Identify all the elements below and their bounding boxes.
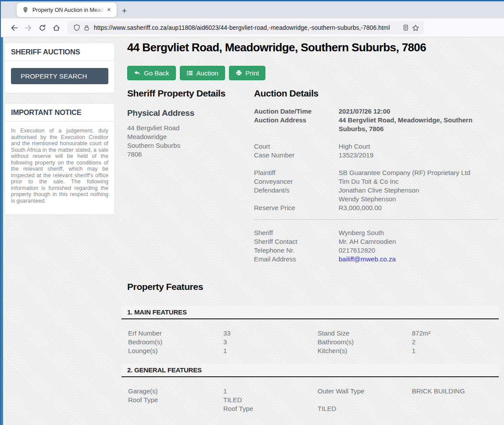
browser-window: Property ON Auction in Meado ✕ + https:/… [0,0,504,425]
detail-label: Sheriff Contact [254,237,339,246]
sidebar: SHERIFF AUCTIONS PROPERTY SEARCH IMPORTA… [4,43,115,425]
feature-value: 1 [412,346,499,355]
detail-label: Auction Address [254,116,339,133]
bookmark-star-icon[interactable] [411,23,420,32]
main-features-table: Erf Number 33 Stand Size 872m² Bedroom(s… [127,329,499,355]
detail-row: Reserve Price R3,000,000.00 [254,204,499,212]
action-buttons: Go Back Auction Print [127,66,499,80]
detail-label: Case Number [254,151,339,160]
detail-row: Defendant/s Jonathan Clive Stephenson [254,186,499,195]
auction-button[interactable]: Auction [180,66,225,80]
detail-label: Email Address [254,255,339,264]
feature-value: 3 [223,338,318,346]
print-label: Print [246,69,259,77]
page-content: SHERIFF AUCTIONS PROPERTY SEARCH IMPORTA… [1,37,504,425]
sheriff-auctions-title: SHERIFF AUCTIONS [5,43,114,61]
tracking-shield-icon[interactable] [72,23,82,32]
sheriff-auctions-card: SHERIFF AUCTIONS PROPERTY SEARCH [4,43,115,93]
feature-label: Garage(s) [128,387,223,396]
detail-value: 44 Bergvliet Road, Meadowridge, Southern… [339,116,499,133]
feature-label: Stand Size [318,329,412,338]
site-favicon-pin-icon [22,7,29,14]
back-icon[interactable] [7,21,21,34]
tab-strip: Property ON Auction in Meado ✕ + [1,1,504,18]
detail-value: 2021/07/26 12:00 [339,107,390,116]
tab-title: Property ON Auction in Meado [32,7,105,13]
lock-icon[interactable] [82,23,91,32]
detail-label: Auction Date/Time [254,107,339,116]
detail-row: Auction Address 44 Bergvliet Road, Meado… [254,116,499,133]
detail-value: R3,000,000.00 [339,204,382,212]
general-features-table: Garage(s) 1 Outer Wall Type BRICK BUILDI… [127,387,499,413]
new-tab-button[interactable]: + [117,6,132,16]
detail-row: Plaintiff SB Guarantee Company (RF) Prop… [254,168,499,177]
feature-label: Outer Wall Type [318,387,412,396]
feature-value: 1 [223,346,318,355]
property-details-heading: Sheriff Property Details [127,89,254,98]
detail-row: Case Number 13523/2019 [254,151,499,160]
general-features-section-header: 2. GENERAL FEATURES [122,364,499,377]
detail-row: Conveyancer Tim Du Toit & Co Inc [254,177,499,186]
feature-value [412,404,499,413]
feature-label: Kitchen(s) [318,346,412,355]
reader-mode-icon[interactable] [401,23,411,32]
feature-label: Lounge(s) [128,346,223,355]
auction-details: Auction Details Auction Date/Time 2021/0… [254,89,499,264]
detail-row: Auction Date/Time 2021/07/26 12:00 [254,107,499,116]
detail-label: Plaintiff [254,168,339,177]
auction-primary-group: Auction Date/Time 2021/07/26 12:00 Aucti… [254,107,499,133]
property-search-button[interactable]: PROPERTY SEARCH [11,68,108,84]
go-back-button[interactable]: Go Back [127,66,176,80]
detail-value: 13523/2019 [339,151,373,160]
detail-value: Jonathan Clive Stephenson [339,186,419,195]
detail-label: Telephone Nr. [254,246,339,255]
feature-label: Roof Type [223,404,318,413]
detail-label: Court [254,142,339,151]
important-notice-title: IMPORTANT NOTICE [5,104,114,121]
detail-label [254,195,339,204]
feature-value: 2 [412,338,499,346]
section-divider [254,219,499,220]
feature-label: Bedroom(s) [128,338,223,346]
feature-value: BRICK BUILDING [412,387,499,396]
address-line: Meadowridge [127,132,254,141]
important-notice-text: In Execution of a judgement, duly author… [5,121,114,214]
detail-value: High Court [339,142,370,151]
printer-icon [236,70,242,76]
feature-label: Roof Type [128,396,223,404]
detail-label: Sheriff [254,229,339,237]
detail-row: Sheriff Contact Mr. AH Camroodien [254,237,499,246]
print-button[interactable]: Print [229,66,266,80]
tab-close-icon[interactable]: ✕ [105,6,113,14]
detail-label: Defendant/s [254,186,339,195]
sheriff-email-link[interactable]: bailiff@mweb.co.za [339,255,396,264]
detail-value: SB Guarantee Company (RF) Proprietary Lt… [339,168,470,177]
auction-court-group: Court High Court Case Number 13523/2019 [254,142,499,160]
auction-parties-group: Plaintiff SB Guarantee Company (RF) Prop… [254,168,499,212]
detail-label: Reserve Price [254,204,339,212]
reply-arrow-icon [134,70,140,76]
property-features-heading: Property Features [127,282,499,292]
feature-value: TILED [223,396,318,404]
address-line: 44 Bergvliet Road [127,124,254,132]
detail-row: Email Address bailiff@mweb.co.za [254,255,499,264]
address-bar[interactable]: https://www.sasheriff.co.za/aup11808/aid… [68,21,424,34]
home-icon[interactable] [49,21,63,34]
important-notice-card: IMPORTANT NOTICE In Execution of a judge… [4,103,115,215]
detail-value: 0217612820 [339,246,375,255]
physical-address-heading: Physical Address [127,108,254,118]
detail-value: Wynberg South [339,229,384,237]
list-icon [186,70,193,76]
browser-tab[interactable]: Property ON Auction in Meado ✕ [17,3,117,17]
forward-icon[interactable] [21,21,35,34]
feature-value: 1 [223,387,318,396]
feature-value [412,396,499,404]
detail-row: Court High Court [254,142,499,151]
feature-label: Erf Number [128,329,223,338]
browser-toolbar: https://www.sasheriff.co.za/aup11808/aid… [1,18,504,37]
detail-value: Tim Du Toit & Co Inc [339,177,399,186]
main-features-section-header: 1. MAIN FEATURES [122,306,499,319]
url-text[interactable]: https://www.sasheriff.co.za/aup11808/aid… [94,25,401,31]
feature-value: 33 [223,329,318,338]
reload-icon[interactable] [35,21,49,34]
